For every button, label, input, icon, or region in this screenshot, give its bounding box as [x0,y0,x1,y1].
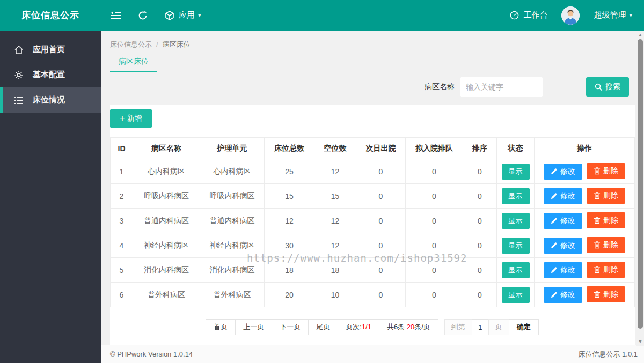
page-prev[interactable]: 上一页 [235,319,272,335]
main-content: 床位信息公示/病区床位 病区床位 病区名称 搜索 + 新增 https: [101,31,644,363]
pencil-icon [551,168,558,175]
edit-button[interactable]: 修改 [544,213,582,229]
status-badge[interactable]: 显示 [502,238,530,254]
delete-button-label: 删除 [603,290,618,299]
table-header-row: ID 病区名称 护理单元 床位总数 空位数 次日出院 拟入院排队 排序 状态 操… [111,138,635,159]
trash-icon [594,291,601,298]
app-menu-label: 应用 [179,10,195,20]
tab-ward-beds[interactable]: 病区床位 [110,57,157,72]
page-indicator-value: 1/1 [362,323,371,331]
search-field-label: 病区名称 [425,82,455,92]
page-last[interactable]: 尾页 [308,319,338,335]
pencil-icon [551,217,558,224]
workbench-label: 工作台 [523,10,547,20]
app-menu[interactable]: 应用 ▾ [164,10,201,21]
scroll-down-icon[interactable]: ▼ [636,338,644,345]
app-title: 床位信息公示 [0,0,101,31]
cell-admission-queue: 0 [406,258,463,283]
plus-icon: + [120,114,125,123]
footer: © PHPwork Version 1.0.14 床位信息公示 1.0.1 [101,345,644,363]
delete-button-label: 删除 [603,240,618,250]
sidebar-item-config[interactable]: 基本配置 [0,62,101,87]
goto-confirm-button[interactable]: 确定 [509,319,539,335]
cell-admission-queue: 0 [406,184,463,209]
col-total-beds: 床位总数 [265,138,314,159]
cell-nursing-unit: 普外科病区 [200,283,265,307]
sidebar-item-beds[interactable]: 床位情况 [0,87,101,113]
breadcrumb-current: 病区床位 [163,40,191,48]
cell-empty-beds: 12 [314,159,356,184]
status-badge[interactable]: 显示 [502,213,530,229]
scrollbar-thumb[interactable] [638,39,643,329]
edit-button-label: 修改 [560,216,575,226]
edit-button-label: 修改 [560,167,575,176]
trash-icon [594,266,601,273]
delete-button-label: 删除 [603,216,618,225]
status-badge[interactable]: 显示 [502,287,530,303]
delete-button-label: 删除 [603,166,618,176]
delete-button[interactable]: 删除 [587,286,625,302]
delete-button[interactable]: 删除 [587,262,625,278]
cell-sort: 0 [463,283,497,307]
cell-total-beds: 25 [265,159,314,184]
status-badge[interactable]: 显示 [502,164,530,180]
edit-button-label: 修改 [560,191,575,201]
table-row: 5 消化内科病区 消化内科病区 18 18 0 0 0 显示 [111,258,635,283]
trash-icon [594,217,601,224]
footer-copyright: © PHPwork Version 1.0.14 [110,350,193,358]
vertical-scrollbar[interactable]: ▲ ▼ [636,31,644,346]
cell-status: 显示 [497,209,535,233]
topbar: 床位信息公示 应用 ▾ [0,0,644,31]
scroll-up-icon[interactable]: ▲ [636,31,644,39]
breadcrumb-root[interactable]: 床位信息公示 [110,40,152,48]
page-total: 共6条 20条/页 [379,319,438,335]
delete-button[interactable]: 删除 [587,212,625,228]
status-badge[interactable]: 显示 [502,188,530,204]
edit-button[interactable]: 修改 [544,238,582,254]
goto-suffix: 页 [488,319,509,335]
cell-ward-name: 心内科病区 [133,159,200,184]
workbench-link[interactable]: 工作台 [508,10,547,21]
cell-nursing-unit: 神经内科病区 [200,233,265,258]
delete-button[interactable]: 删除 [587,237,625,253]
cell-status: 显示 [497,283,535,307]
refresh-icon[interactable] [137,10,149,21]
user-menu[interactable]: 超级管理 ▾ [594,10,632,20]
cell-admission-queue: 0 [406,233,463,258]
cell-admission-queue: 0 [406,283,463,307]
cell-sort: 0 [463,209,497,233]
goto-page-input[interactable] [472,319,489,335]
goto-label: 到第 [444,319,472,335]
delete-button[interactable]: 删除 [587,163,625,179]
cell-ward-name: 呼吸内科病区 [133,184,200,209]
avatar[interactable] [561,6,580,25]
app-cube-icon [164,10,175,21]
cell-id: 4 [111,233,133,258]
edit-button[interactable]: 修改 [544,287,582,303]
collapse-sidebar-icon[interactable] [110,10,122,21]
add-button[interactable]: + 新增 [110,109,152,128]
edit-button[interactable]: 修改 [544,262,582,278]
sidebar-item-home[interactable]: 应用首页 [0,37,101,62]
cell-empty-beds: 18 [314,258,356,283]
cell-status: 显示 [497,233,535,258]
table-card: + 新增 https://www.huzhan.com/ishop31592 I… [110,105,635,347]
cell-id: 3 [111,209,133,233]
search-input[interactable] [460,77,543,97]
col-nursing-unit: 护理单元 [200,138,265,159]
delete-button[interactable]: 删除 [587,188,625,204]
cell-nursing-unit: 心内科病区 [200,159,265,184]
edit-button[interactable]: 修改 [544,188,582,204]
chevron-down-icon: ▾ [198,12,201,19]
cell-empty-beds: 12 [314,209,356,233]
workbench-gauge-icon [508,10,520,21]
page-next[interactable]: 下一页 [272,319,309,335]
search-button[interactable]: 搜索 [586,77,629,97]
cell-status: 显示 [497,159,535,184]
edit-button[interactable]: 修改 [544,164,582,180]
cell-actions: 修改 删除 [535,233,635,258]
table-row: 1 心内科病区 心内科病区 25 12 0 0 0 显示 [111,159,635,184]
page-first[interactable]: 首页 [206,319,236,335]
col-empty-beds: 空位数 [314,138,356,159]
status-badge[interactable]: 显示 [502,262,530,278]
